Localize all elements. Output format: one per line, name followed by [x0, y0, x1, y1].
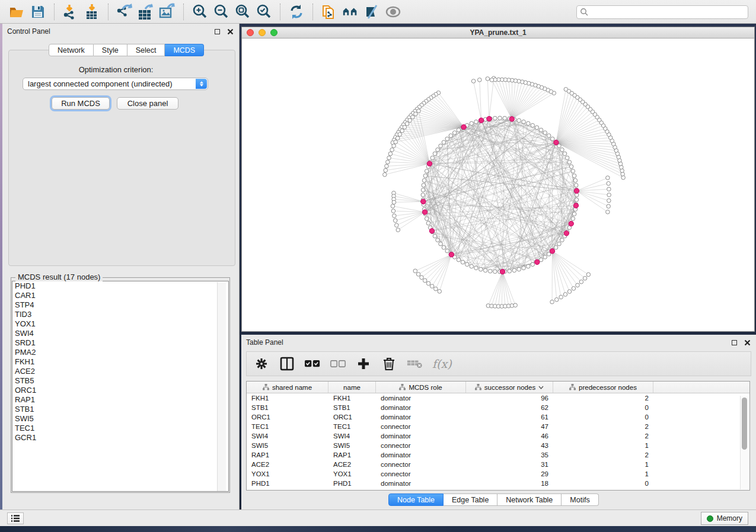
table-cell: connector [376, 460, 466, 469]
mcds-result-item[interactable]: GCR1 [12, 433, 228, 443]
mcds-result-item[interactable]: PHD1 [12, 281, 228, 291]
column-header-successor-nodes[interactable]: successor nodes [466, 382, 553, 393]
column-header-MCDS-role[interactable]: MCDS role [376, 382, 466, 393]
zoom-fit-icon[interactable] [234, 3, 251, 21]
mcds-result-item[interactable]: CAR1 [12, 291, 228, 300]
tab-network[interactable]: Network [49, 44, 94, 56]
table-scrollbar[interactable] [740, 396, 748, 489]
close-table-panel-icon[interactable] [743, 338, 751, 347]
table-row[interactable]: TEC1TEC1connector472 [247, 422, 749, 431]
mcds-list-scrollbar[interactable] [217, 282, 226, 492]
table-cell: SWI4 [247, 431, 328, 441]
add-column-icon[interactable] [356, 356, 371, 371]
show-all-icon[interactable] [384, 3, 402, 21]
hide-selected-icon[interactable] [363, 3, 381, 21]
criterion-dropdown[interactable]: largest connected component (undirected) [23, 78, 208, 90]
open-file-icon[interactable] [8, 3, 25, 21]
table-cell: ORC1 [328, 412, 376, 422]
tab-network-table[interactable]: Network Table [497, 493, 562, 506]
tab-select[interactable]: Select [127, 44, 165, 56]
mcds-result-item[interactable]: RAP1 [12, 395, 228, 405]
save-session-icon[interactable] [29, 3, 47, 21]
first-neighbors-icon[interactable] [342, 3, 359, 21]
table-toolbar: f(x) [246, 351, 751, 376]
mcds-result-list[interactable]: PHD1CAR1STP4TID3YOX1SWI4SRD1PMA2FKH1ACE2… [12, 281, 229, 492]
mcds-result-item[interactable]: TEC1 [12, 424, 228, 433]
mcds-result-item[interactable]: TID3 [12, 310, 228, 319]
network-graph[interactable] [242, 39, 754, 331]
zoom-selected-icon[interactable] [255, 3, 273, 21]
memory-button[interactable]: Memory [701, 512, 748, 525]
export-table-icon[interactable] [137, 3, 155, 21]
search-input[interactable] [576, 5, 748, 19]
tab-motifs[interactable]: Motifs [562, 493, 598, 506]
column-header-name[interactable]: name [328, 382, 376, 393]
zoom-out-icon[interactable] [212, 3, 230, 21]
mcds-result-item[interactable]: ORC1 [12, 386, 228, 395]
main-toolbar [0, 0, 756, 24]
table-row[interactable]: ACE2ACE2connector311 [247, 460, 749, 469]
table-row[interactable]: STB1STB1dominator620 [247, 403, 749, 412]
table-row[interactable]: RAP1RAP1dominator352 [247, 450, 749, 460]
close-panel-button[interactable]: Close panel [117, 97, 178, 110]
network-window-title: YPA_prune.txt_1 [242, 28, 754, 37]
table-cell: YOX1 [328, 469, 376, 479]
column-header-predecessor-nodes[interactable]: predecessor nodes [553, 382, 653, 393]
mcds-result-item[interactable]: STP4 [12, 300, 228, 310]
mcds-result-item[interactable]: SWI5 [12, 414, 228, 424]
table-options-icon[interactable] [254, 356, 269, 371]
delete-column-icon[interactable] [381, 356, 397, 371]
table-cell: dominator [376, 412, 466, 422]
run-mcds-button[interactable]: Run MCDS [52, 97, 110, 110]
column-header-shared-name[interactable]: shared name [247, 382, 328, 393]
float-table-panel-icon[interactable] [730, 338, 738, 347]
export-network-icon[interactable] [116, 3, 133, 21]
mcds-result-item[interactable]: ACE2 [12, 367, 228, 376]
close-panel-icon[interactable] [226, 27, 234, 36]
mcds-result-item[interactable]: SRD1 [12, 338, 228, 348]
float-panel-icon[interactable] [213, 27, 221, 36]
table-row[interactable]: SWI4SWI4dominator462 [247, 431, 749, 441]
unselect-all-icon[interactable] [330, 356, 346, 371]
tab-style[interactable]: Style [94, 44, 127, 56]
table-cell: TEC1 [328, 422, 376, 431]
table-cell: 18 [466, 479, 553, 488]
table-cell: 62 [466, 403, 553, 412]
network-from-selection-icon[interactable] [320, 3, 338, 21]
mcds-result-item[interactable]: PMA2 [12, 348, 228, 357]
table-row[interactable]: YOX1YOX1connector291 [247, 469, 749, 479]
mcds-result-title: MCDS result (17 nodes) [15, 273, 103, 281]
table-row[interactable]: SWI5SWI5connector431 [247, 441, 749, 450]
mcds-result-item[interactable]: SWI4 [12, 329, 228, 338]
table-cell: 31 [466, 460, 553, 469]
toolbar-separator [280, 4, 280, 20]
mcds-result-item[interactable]: STB1 [12, 405, 228, 414]
network-window-titlebar[interactable]: YPA_prune.txt_1 [242, 27, 754, 39]
mcds-result-item[interactable]: FKH1 [12, 357, 228, 367]
tab-node-table[interactable]: Node Table [388, 493, 444, 506]
refresh-icon[interactable] [288, 3, 305, 21]
toolbar-separator [54, 4, 55, 20]
table-cell: YOX1 [247, 469, 328, 479]
select-all-icon[interactable] [305, 356, 320, 371]
tab-mcds[interactable]: MCDS [165, 44, 204, 56]
tab-edge-table[interactable]: Edge Table [444, 493, 497, 506]
show-columns-icon[interactable] [279, 356, 295, 371]
status-bar: Memory [0, 509, 756, 526]
node-table-header[interactable]: shared namenameMCDS rolesuccessor nodesp… [247, 382, 749, 393]
table-cell: ACE2 [328, 460, 376, 469]
table-cell: 96 [466, 393, 553, 403]
zoom-in-icon[interactable] [191, 3, 209, 21]
table-cell: dominator [376, 450, 466, 460]
import-table-icon[interactable] [83, 3, 101, 21]
table-row[interactable]: ORC1ORC1dominator610 [247, 412, 749, 422]
export-image-icon[interactable] [158, 3, 176, 21]
mcds-result-item[interactable]: STB5 [12, 376, 228, 386]
cytoscape-window: Control Panel Network Style Select MCDS … [0, 0, 756, 526]
table-row[interactable]: FKH1FKH1dominator962 [247, 393, 749, 403]
mcds-result-item[interactable]: YOX1 [12, 319, 228, 329]
status-menu-button[interactable] [7, 512, 24, 524]
table-scrollbar-thumb[interactable] [742, 398, 747, 450]
table-row[interactable]: PHD1PHD1dominator180 [247, 479, 749, 488]
import-network-icon[interactable] [62, 3, 79, 21]
